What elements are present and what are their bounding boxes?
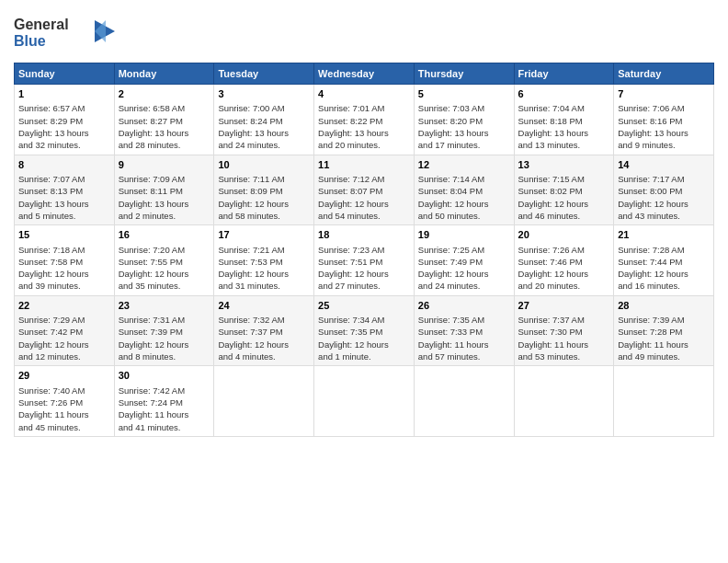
day-number: 28 (618, 299, 710, 313)
calendar-cell: 29Sunrise: 7:40 AM Sunset: 7:26 PM Dayli… (15, 366, 115, 437)
day-info: Sunrise: 6:57 AM Sunset: 8:29 PM Dayligh… (18, 102, 110, 151)
day-number: 30 (119, 369, 210, 383)
day-number: 26 (418, 299, 510, 313)
day-number: 25 (318, 299, 410, 313)
day-number: 18 (318, 228, 410, 242)
calendar-cell: 30Sunrise: 7:42 AM Sunset: 7:24 PM Dayli… (114, 366, 214, 437)
day-header-thursday: Thursday (414, 63, 514, 85)
calendar-cell: 9Sunrise: 7:09 AM Sunset: 8:11 PM Daylig… (114, 155, 214, 225)
day-info: Sunrise: 7:07 AM Sunset: 8:13 PM Dayligh… (18, 173, 110, 222)
day-number: 24 (218, 299, 310, 313)
calendar-cell (614, 366, 714, 437)
day-info: Sunrise: 7:18 AM Sunset: 7:58 PM Dayligh… (18, 244, 110, 293)
day-info: Sunrise: 7:42 AM Sunset: 7:24 PM Dayligh… (119, 385, 210, 433)
calendar-cell: 18Sunrise: 7:23 AM Sunset: 7:51 PM Dayli… (314, 225, 415, 296)
calendar-cell: 6Sunrise: 7:04 AM Sunset: 8:18 PM Daylig… (514, 85, 614, 155)
calendar-cell (314, 366, 415, 437)
calendar-cell: 11Sunrise: 7:12 AM Sunset: 8:07 PM Dayli… (314, 155, 415, 225)
day-number: 15 (18, 228, 110, 242)
day-number: 2 (119, 87, 210, 101)
calendar-cell: 2Sunrise: 6:58 AM Sunset: 8:27 PM Daylig… (114, 85, 214, 155)
day-number: 23 (119, 299, 210, 313)
day-info: Sunrise: 7:26 AM Sunset: 7:46 PM Dayligh… (518, 244, 610, 293)
day-header-sunday: Sunday (15, 63, 115, 85)
day-number: 13 (518, 158, 610, 172)
day-number: 1 (18, 87, 110, 101)
day-number: 4 (318, 87, 410, 101)
svg-text:General: General (14, 17, 69, 32)
calendar-cell (414, 366, 514, 437)
day-number: 8 (18, 158, 110, 172)
day-info: Sunrise: 7:11 AM Sunset: 8:09 PM Dayligh… (218, 173, 310, 222)
day-number: 21 (618, 228, 710, 242)
calendar-cell: 12Sunrise: 7:14 AM Sunset: 8:04 PM Dayli… (414, 155, 514, 225)
day-info: Sunrise: 7:21 AM Sunset: 7:53 PM Dayligh… (218, 244, 310, 293)
calendar-cell: 17Sunrise: 7:21 AM Sunset: 7:53 PM Dayli… (214, 225, 314, 296)
day-header-wednesday: Wednesday (314, 63, 415, 85)
calendar-cell (514, 366, 614, 437)
day-number: 12 (418, 158, 510, 172)
day-info: Sunrise: 7:17 AM Sunset: 8:00 PM Dayligh… (618, 173, 710, 222)
day-info: Sunrise: 7:06 AM Sunset: 8:16 PM Dayligh… (618, 102, 710, 151)
calendar-cell (214, 366, 314, 437)
day-info: Sunrise: 7:29 AM Sunset: 7:42 PM Dayligh… (18, 314, 110, 362)
day-info: Sunrise: 7:25 AM Sunset: 7:49 PM Dayligh… (418, 244, 510, 293)
calendar-cell: 8Sunrise: 7:07 AM Sunset: 8:13 PM Daylig… (15, 155, 115, 225)
calendar-container: General Blue SundayMondayTuesdayWednesda… (0, 0, 728, 563)
day-header-monday: Monday (114, 63, 214, 85)
day-header-friday: Friday (514, 63, 614, 85)
day-info: Sunrise: 7:15 AM Sunset: 8:02 PM Dayligh… (518, 173, 610, 222)
calendar-cell: 16Sunrise: 7:20 AM Sunset: 7:55 PM Dayli… (114, 225, 214, 296)
day-number: 7 (618, 87, 710, 101)
calendar-cell: 7Sunrise: 7:06 AM Sunset: 8:16 PM Daylig… (614, 85, 714, 155)
day-info: Sunrise: 7:35 AM Sunset: 7:33 PM Dayligh… (418, 314, 510, 362)
day-number: 16 (119, 228, 210, 242)
calendar-cell: 28Sunrise: 7:39 AM Sunset: 7:28 PM Dayli… (614, 295, 714, 366)
day-number: 6 (518, 87, 610, 101)
calendar-cell: 4Sunrise: 7:01 AM Sunset: 8:22 PM Daylig… (314, 85, 415, 155)
day-info: Sunrise: 7:14 AM Sunset: 8:04 PM Dayligh… (418, 173, 510, 222)
calendar-cell: 24Sunrise: 7:32 AM Sunset: 7:37 PM Dayli… (214, 295, 314, 366)
svg-text:Blue: Blue (14, 33, 46, 49)
day-info: Sunrise: 7:12 AM Sunset: 8:07 PM Dayligh… (318, 173, 410, 222)
day-number: 17 (218, 228, 310, 242)
day-number: 11 (318, 158, 410, 172)
day-info: Sunrise: 7:32 AM Sunset: 7:37 PM Dayligh… (218, 314, 310, 362)
day-info: Sunrise: 7:03 AM Sunset: 8:20 PM Dayligh… (418, 102, 510, 151)
day-info: Sunrise: 7:01 AM Sunset: 8:22 PM Dayligh… (318, 102, 410, 151)
calendar-cell: 1Sunrise: 6:57 AM Sunset: 8:29 PM Daylig… (15, 85, 115, 155)
calendar-cell: 10Sunrise: 7:11 AM Sunset: 8:09 PM Dayli… (214, 155, 314, 225)
calendar-cell: 25Sunrise: 7:34 AM Sunset: 7:35 PM Dayli… (314, 295, 415, 366)
calendar-cell: 21Sunrise: 7:28 AM Sunset: 7:44 PM Dayli… (614, 225, 714, 296)
day-number: 3 (218, 87, 310, 101)
day-info: Sunrise: 7:40 AM Sunset: 7:26 PM Dayligh… (18, 385, 110, 433)
day-info: Sunrise: 7:37 AM Sunset: 7:30 PM Dayligh… (518, 314, 610, 362)
day-info: Sunrise: 6:58 AM Sunset: 8:27 PM Dayligh… (119, 102, 210, 151)
logo-text: General Blue (14, 13, 115, 55)
calendar-cell: 27Sunrise: 7:37 AM Sunset: 7:30 PM Dayli… (514, 295, 614, 366)
day-number: 20 (518, 228, 610, 242)
day-number: 29 (18, 369, 110, 383)
day-info: Sunrise: 7:31 AM Sunset: 7:39 PM Dayligh… (119, 314, 210, 362)
day-number: 10 (218, 158, 310, 172)
header-row-days: SundayMondayTuesdayWednesdayThursdayFrid… (15, 63, 714, 85)
calendar-cell: 15Sunrise: 7:18 AM Sunset: 7:58 PM Dayli… (15, 225, 115, 296)
day-number: 14 (618, 158, 710, 172)
calendar-cell: 26Sunrise: 7:35 AM Sunset: 7:33 PM Dayli… (414, 295, 514, 366)
day-number: 19 (418, 228, 510, 242)
day-info: Sunrise: 7:39 AM Sunset: 7:28 PM Dayligh… (618, 314, 710, 362)
day-number: 9 (119, 158, 210, 172)
day-info: Sunrise: 7:23 AM Sunset: 7:51 PM Dayligh… (318, 244, 410, 293)
calendar-cell: 5Sunrise: 7:03 AM Sunset: 8:20 PM Daylig… (414, 85, 514, 155)
calendar-cell: 22Sunrise: 7:29 AM Sunset: 7:42 PM Dayli… (15, 295, 115, 366)
logo: General Blue (14, 13, 115, 55)
calendar-cell: 23Sunrise: 7:31 AM Sunset: 7:39 PM Dayli… (114, 295, 214, 366)
calendar-cell: 13Sunrise: 7:15 AM Sunset: 8:02 PM Dayli… (514, 155, 614, 225)
day-number: 22 (18, 299, 110, 313)
day-number: 27 (518, 299, 610, 313)
day-info: Sunrise: 7:28 AM Sunset: 7:44 PM Dayligh… (618, 244, 710, 293)
calendar-cell: 20Sunrise: 7:26 AM Sunset: 7:46 PM Dayli… (514, 225, 614, 296)
calendar-cell: 19Sunrise: 7:25 AM Sunset: 7:49 PM Dayli… (414, 225, 514, 296)
calendar-cell: 3Sunrise: 7:00 AM Sunset: 8:24 PM Daylig… (214, 85, 314, 155)
day-header-tuesday: Tuesday (214, 63, 314, 85)
